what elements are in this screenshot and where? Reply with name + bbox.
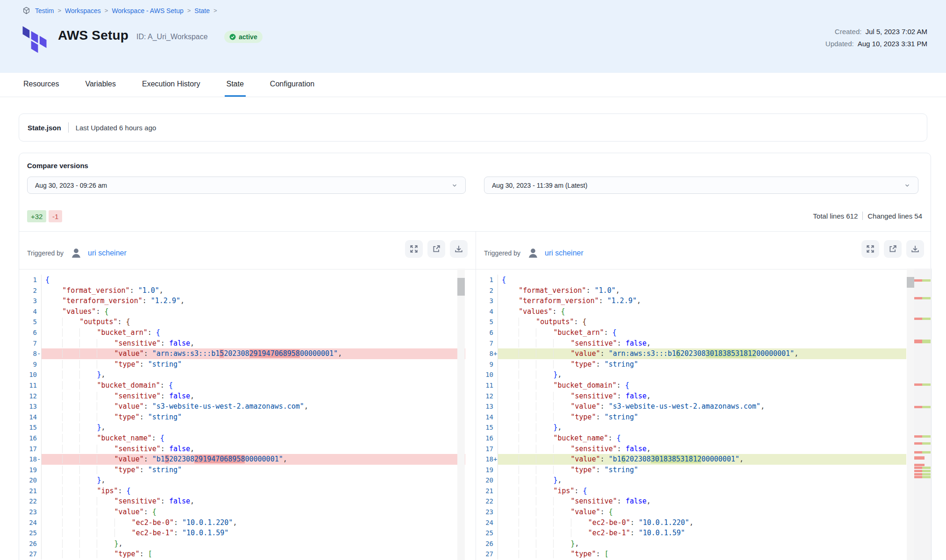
divider <box>68 122 69 133</box>
code-line: 26 }, <box>475 539 906 549</box>
code-line: 6 "bucket_arn": { <box>475 327 906 338</box>
expand-button[interactable] <box>405 240 423 258</box>
download-button[interactable] <box>906 240 924 258</box>
code-text: "values": { <box>498 306 906 317</box>
avatar <box>527 247 539 259</box>
code-line: 5 "outputs": { <box>19 317 465 327</box>
triggered-by-user-link[interactable]: uri scheiner <box>88 249 127 257</box>
version-select-right[interactable]: Aug 30, 2023 - 11:39 am (Latest) <box>484 177 918 194</box>
code-text: "sensitive": false, <box>498 391 906 402</box>
code-text: }, <box>498 539 906 549</box>
line-number: 5 <box>475 317 493 327</box>
diff-sign <box>37 327 42 338</box>
diff-sign <box>37 359 42 370</box>
code-text: }, <box>42 539 465 549</box>
triggered-by-user-link[interactable]: uri scheiner <box>545 249 583 257</box>
diff-sign <box>493 517 498 528</box>
tab-variables[interactable]: Variables <box>83 73 118 97</box>
line-number: 3 <box>19 296 37 306</box>
code-text: "value": "b1620230830183853181200000001"… <box>498 454 906 465</box>
diff-sign <box>37 528 42 539</box>
diff-sign <box>493 422 498 433</box>
diff-sign <box>493 380 498 391</box>
breadcrumb-link-testim[interactable]: Testim <box>35 7 54 14</box>
code-line: 5 "outputs": { <box>475 317 906 327</box>
code-text: "ec2-be-1": "10.0.1.59" <box>42 528 465 539</box>
breadcrumb-link-workspaces[interactable]: Workspaces <box>65 7 101 14</box>
left-scrollbar-thumb[interactable] <box>457 278 465 296</box>
line-number: 11 <box>475 380 493 391</box>
tab-configuration[interactable]: Configuration <box>268 73 316 97</box>
avatar <box>70 247 82 259</box>
diff-overview-ruler[interactable] <box>914 269 932 560</box>
code-line: 16 "bucket_name": { <box>19 433 465 444</box>
breadcrumb-link-state[interactable]: State <box>194 7 210 14</box>
triggered-by-label: Triggered by <box>484 249 520 257</box>
page: Testim > Workspaces > Workspace - AWS Se… <box>0 0 946 560</box>
line-stats: Total lines 612 Changed lines 54 <box>813 212 922 220</box>
diff-sign <box>37 549 42 560</box>
tab-state[interactable]: State <box>225 73 246 97</box>
code-line: 22 "sensitive": false, <box>475 496 906 507</box>
breadcrumb-link-workspace-aws-setup[interactable]: Workspace - AWS Setup <box>112 7 183 14</box>
right-scrollbar[interactable] <box>907 269 914 560</box>
code-text: "sensitive": false, <box>42 338 465 349</box>
open-external-button[interactable] <box>427 240 445 258</box>
line-number: 6 <box>475 327 493 338</box>
line-number: 17 <box>19 444 37 454</box>
diff-sign <box>37 317 42 327</box>
version-select-left-value: Aug 30, 2023 - 09:26 am <box>35 182 107 189</box>
left-panel-actions <box>405 240 468 258</box>
line-number: 9 <box>475 359 493 370</box>
right-scrollbar-thumb[interactable] <box>907 277 914 288</box>
terraform-logo <box>22 23 47 55</box>
code-text: "value": "s3-website-us-west-2.amazonaws… <box>498 401 906 412</box>
code-panel-old-version: 1{2 "format_version": "1.0",3 "terraform… <box>19 269 465 560</box>
open-external-button[interactable] <box>884 240 902 258</box>
code-line: 15 }, <box>19 422 465 433</box>
ruler-change-mark <box>914 442 931 445</box>
line-number: 2 <box>19 285 37 296</box>
code-line: 10 }, <box>19 369 465 380</box>
breadcrumb: Testim > Workspaces > Workspace - AWS Se… <box>22 7 217 14</box>
deletions-badge: -1 <box>49 210 62 222</box>
code-text: "type": "string" <box>42 465 465 475</box>
line-number: 25 <box>19 528 37 539</box>
ruler-change-mark <box>914 318 931 320</box>
updated-label: Updated: <box>825 40 854 48</box>
updated-row: Updated:Aug 10, 2023 3:31 PM <box>825 38 927 50</box>
diff-sign <box>493 539 498 549</box>
diff-sign <box>493 296 498 306</box>
code-text: "ips": { <box>42 486 465 496</box>
tab-resources[interactable]: Resources <box>21 73 61 97</box>
code-text: "sensitive": false, <box>42 496 465 507</box>
diff-sign <box>493 475 498 486</box>
code-line: 6 "bucket_arn": { <box>19 327 465 338</box>
version-select-left[interactable]: Aug 30, 2023 - 09:26 am <box>27 177 466 194</box>
diff-sign <box>493 391 498 402</box>
breadcrumb-separator: > <box>187 7 191 14</box>
state-file-last-updated: Last Updated 6 hours ago <box>76 124 156 132</box>
code-text: "type": [ <box>498 549 906 560</box>
diff-sign <box>493 285 498 296</box>
tab-execution-history[interactable]: Execution History <box>140 73 202 97</box>
code-line: 21 "ips": { <box>475 486 906 496</box>
code-text: "type": "string" <box>42 359 465 370</box>
divider <box>862 212 863 220</box>
diff-sign <box>493 528 498 539</box>
line-number: 20 <box>19 475 37 486</box>
download-button[interactable] <box>450 240 468 258</box>
diff-sign <box>37 539 42 549</box>
diff-sign <box>37 486 42 496</box>
line-number: 12 <box>475 391 493 402</box>
diff-sign <box>37 422 42 433</box>
code-line: 9 "type": "string" <box>19 359 465 370</box>
breadcrumb-separator: > <box>105 7 108 14</box>
code-line: 14 "type": "string" <box>19 412 465 423</box>
diff-sign <box>493 549 498 560</box>
chevron-down-icon <box>451 182 458 189</box>
expand-button[interactable] <box>861 240 879 258</box>
diff-sign <box>493 306 498 317</box>
left-scrollbar[interactable] <box>457 269 465 560</box>
code-line: 17 "sensitive": false, <box>475 444 906 454</box>
